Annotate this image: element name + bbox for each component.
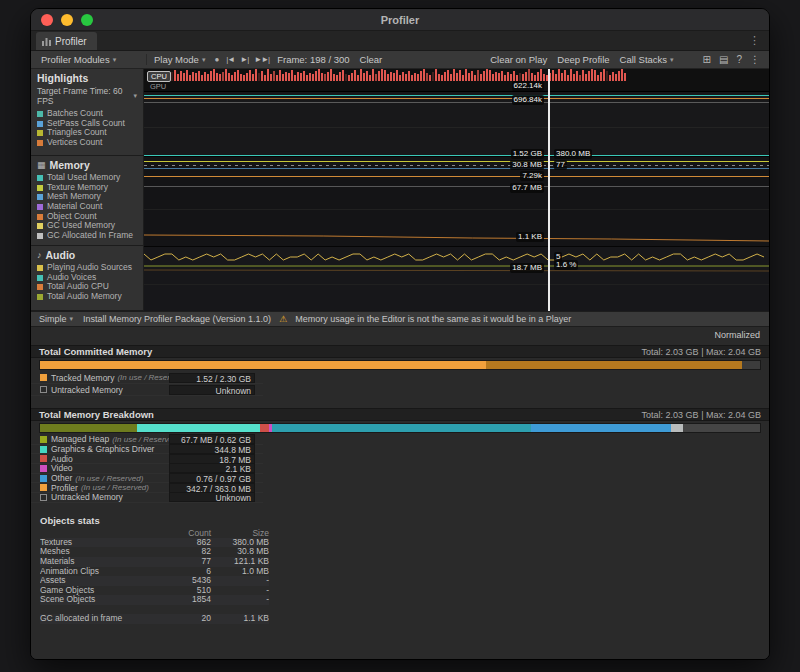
frame-counter: Frame: 198 / 300 <box>272 51 354 68</box>
profiler-modules-dropdown[interactable]: Profiler Modules ▾ <box>36 51 144 68</box>
counter-swatch <box>37 121 43 127</box>
gpu-track-toggle[interactable]: GPU <box>150 82 166 91</box>
chart-value-label: 622.14k <box>512 81 544 91</box>
counter-gc-used-memory[interactable]: GC Used Memory <box>31 221 143 231</box>
chevron-down-icon: ▾ <box>113 56 117 64</box>
legend-value: 2.1 KB <box>169 463 255 473</box>
object-size: 1.0 MB <box>211 567 269 577</box>
help-icon[interactable]: ? <box>736 54 742 65</box>
object-size: - <box>211 595 269 605</box>
legend-row-untracked-memory[interactable]: Untracked MemoryUnknown <box>31 493 263 503</box>
tab-kebab-menu-icon[interactable]: ⋮ <box>749 34 769 50</box>
object-name: Meshes <box>40 547 163 557</box>
counter-material-count[interactable]: Material Count <box>31 202 143 212</box>
legend-label: Managed Heap <box>51 434 109 444</box>
zoom-button[interactable] <box>81 14 93 26</box>
object-name: Animation Clips <box>40 567 163 577</box>
counter-label: Total Audio Memory <box>47 292 122 302</box>
objects-stats-row: Game Objects510- <box>40 586 269 596</box>
counter-audio-voices[interactable]: Audio Voices <box>31 273 143 283</box>
record-button[interactable]: ● <box>210 55 223 64</box>
object-size: - <box>211 586 269 596</box>
module-highlights-header: Highlights <box>31 69 143 86</box>
legend-value: 1.52 / 2.30 GB <box>169 373 255 383</box>
legend-swatch <box>40 446 47 453</box>
profiler-window: Profiler Profiler ⋮ Profiler Modules ▾ P… <box>30 8 770 660</box>
counter-vertices-count[interactable]: Vertices Count <box>31 138 143 148</box>
counter-swatch <box>37 204 43 210</box>
module-audio[interactable]: ♪ Audio Playing Audio SourcesAudio Voice… <box>31 246 143 311</box>
counter-batches-count[interactable]: Batches Count <box>31 109 143 119</box>
object-name: Assets <box>40 576 163 586</box>
object-name: Textures <box>40 538 163 548</box>
counter-swatch <box>37 130 43 136</box>
legend-note: (In use / Reserved) <box>81 483 149 492</box>
current-frame-button[interactable]: ►►| <box>251 55 272 64</box>
clear-button[interactable]: Clear <box>355 51 388 68</box>
counter-swatch <box>37 111 43 117</box>
module-sidebar: Highlights Target Frame Time: 60 FPS ▾ B… <box>31 69 144 311</box>
next-frame-button[interactable]: ►| <box>237 55 251 64</box>
detail-view-dropdown[interactable]: Simple ▾ <box>37 312 75 326</box>
objects-stats-row: Assets5436- <box>40 576 269 586</box>
profiler-chart[interactable]: CPU GPU 622.14k696.84k1.52 GB380.0 MB30 <box>144 69 769 311</box>
tab-profiler[interactable]: Profiler <box>36 32 97 50</box>
object-name: Scene Objects <box>40 595 163 605</box>
counter-playing-audio-sources[interactable]: Playing Audio Sources <box>31 263 143 273</box>
module-name: Audio <box>46 249 76 261</box>
counter-swatch <box>37 284 43 290</box>
legend-swatch <box>40 494 47 501</box>
call-stacks-dropdown[interactable]: Call Stacks ▾ <box>615 51 679 68</box>
play-mode-dropdown[interactable]: Play Mode ▾ <box>149 51 210 68</box>
counter-label: Mesh Memory <box>47 192 101 202</box>
counter-total-audio-memory[interactable]: Total Audio Memory <box>31 292 143 302</box>
memory-breakdown-total: Total: 2.03 GB | Max: 2.04 GB <box>642 410 761 420</box>
object-name: Game Objects <box>40 586 163 596</box>
target-frame-time-dropdown[interactable]: Target Frame Time: 60 FPS ▾ <box>31 86 143 109</box>
memory-icon: ▦ <box>37 160 46 170</box>
kebab-menu-icon[interactable]: ⋮ <box>750 54 760 65</box>
objects-stats: Objects stats Count Size Textures862380.… <box>31 515 269 624</box>
audio-activity-line <box>144 254 764 260</box>
counter-setpass-calls-count[interactable]: SetPass Calls Count <box>31 119 143 129</box>
manual-icon[interactable]: ▤ <box>719 54 728 65</box>
counter-mesh-memory[interactable]: Mesh Memory <box>31 192 143 202</box>
module-highlights[interactable]: Highlights Target Frame Time: 60 FPS ▾ B… <box>31 69 143 156</box>
committed-memory-total: Total: 2.03 GB | Max: 2.04 GB <box>642 347 761 357</box>
cpu-track-toggle[interactable]: CPU <box>147 71 171 82</box>
legend-swatch <box>40 436 47 443</box>
chart-value-label: 696.84k <box>512 95 544 105</box>
counter-object-count[interactable]: Object Count <box>31 212 143 222</box>
close-button[interactable] <box>41 14 53 26</box>
playhead[interactable] <box>548 69 550 311</box>
window-title: Profiler <box>31 14 769 26</box>
legend-row-untracked-memory[interactable]: Untracked MemoryUnknown <box>31 384 263 396</box>
legend-swatch <box>40 484 47 491</box>
counter-triangles-count[interactable]: Triangles Count <box>31 128 143 138</box>
counter-total-used-memory[interactable]: Total Used Memory <box>31 173 143 183</box>
normalized-toggle[interactable]: Normalized <box>714 330 760 340</box>
module-name: Highlights <box>37 72 88 84</box>
counter-gc-allocated-in-frame[interactable]: GC Allocated In Frame <box>31 231 143 241</box>
deep-profile-button[interactable]: Deep Profile <box>552 51 614 68</box>
tab-strip: Profiler ⋮ <box>31 31 769 51</box>
counter-total-audio-cpu[interactable]: Total Audio CPU <box>31 282 143 292</box>
counter-label: Texture Memory <box>47 183 108 193</box>
object-count: 1854 <box>163 595 211 605</box>
module-memory[interactable]: ▦ Memory Total Used MemoryTexture Memory… <box>31 156 143 246</box>
clear-on-play-button[interactable]: Clear on Play <box>485 51 552 68</box>
memory-breakdown-title: Total Memory Breakdown <box>39 409 154 420</box>
install-memory-profiler-button[interactable]: Install Memory Profiler Package (Version… <box>83 314 271 324</box>
legend-note: (In use / Reserved) <box>75 474 143 483</box>
series-line <box>144 235 769 241</box>
counter-label: Batches Count <box>47 109 103 119</box>
memory-bar-segment <box>260 424 269 432</box>
previous-frame-button[interactable]: |◄ <box>223 55 237 64</box>
minimize-button[interactable] <box>61 14 73 26</box>
layout-grid-icon[interactable]: ⊞ <box>703 54 711 65</box>
chevron-down-icon: ▾ <box>70 315 74 323</box>
legend-row-tracked-memory[interactable]: Tracked Memory(In use / Reserved)1.52 / … <box>31 372 263 384</box>
counter-texture-memory[interactable]: Texture Memory <box>31 183 143 193</box>
chart-value-label: 30.8 MB <box>510 160 544 170</box>
counter-label: Total Used Memory <box>47 173 120 183</box>
